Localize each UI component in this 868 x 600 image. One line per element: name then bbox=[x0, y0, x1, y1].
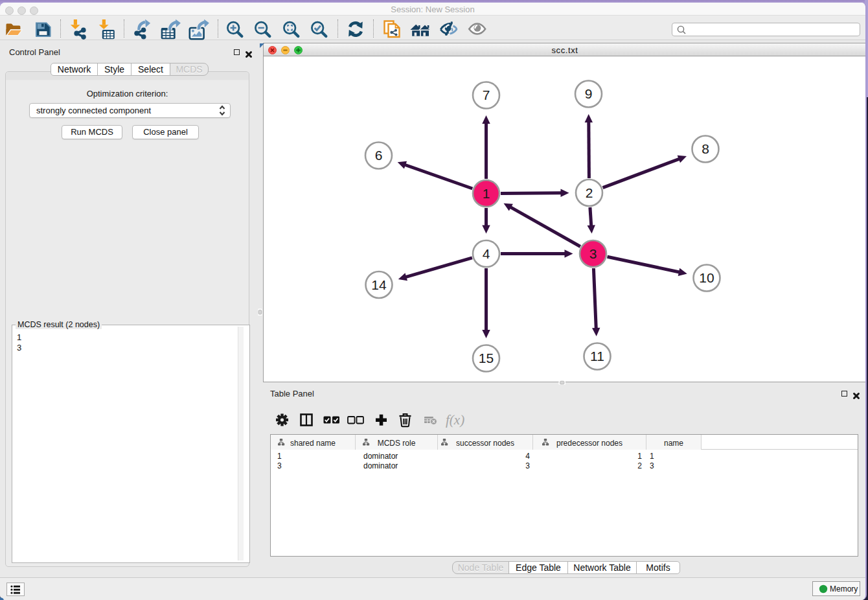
svg-text:3: 3 bbox=[589, 246, 597, 261]
svg-text:14: 14 bbox=[371, 277, 387, 292]
svg-text:15: 15 bbox=[479, 351, 494, 365]
svg-text:f(x): f(x) bbox=[446, 412, 464, 428]
svg-text:1: 1 bbox=[483, 186, 490, 201]
svg-text:6: 6 bbox=[375, 148, 383, 163]
svg-text:8: 8 bbox=[702, 141, 709, 156]
svg-text:10: 10 bbox=[699, 270, 714, 285]
svg-text:7: 7 bbox=[483, 87, 490, 102]
svg-text:11: 11 bbox=[590, 349, 604, 363]
svg-text:4: 4 bbox=[483, 246, 490, 261]
svg-text:2: 2 bbox=[586, 185, 593, 200]
svg-text:9: 9 bbox=[585, 86, 593, 101]
